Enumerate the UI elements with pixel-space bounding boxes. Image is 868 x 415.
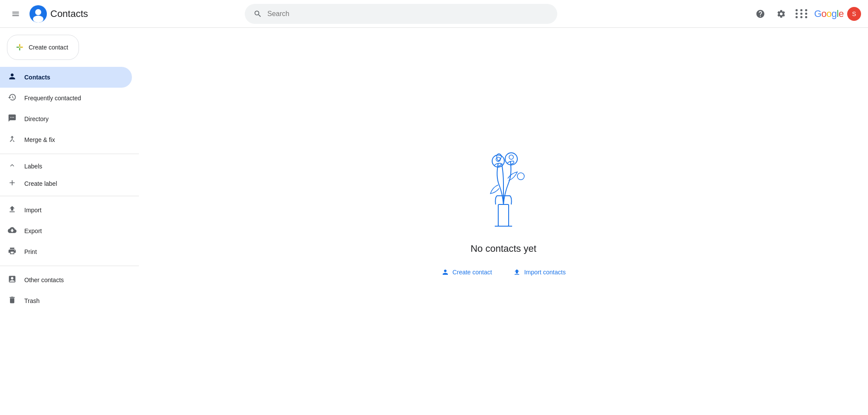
import-label: Import — [24, 207, 42, 214]
app-logo[interactable]: Contacts — [30, 5, 88, 23]
google-wordmark: Google — [814, 8, 844, 20]
contacts-logo-icon — [30, 5, 47, 23]
apps-button[interactable] — [793, 5, 811, 23]
create-contact-link-icon — [441, 268, 449, 276]
sidebar-item-import[interactable]: Import — [0, 200, 132, 221]
header-left: Contacts — [7, 5, 146, 23]
search-bar — [245, 4, 557, 24]
contacts-nav-label: Contacts — [24, 74, 50, 81]
menu-button[interactable] — [7, 5, 24, 23]
search-bar-inner — [245, 4, 557, 24]
other-contacts-label: Other contacts — [24, 277, 64, 283]
chevron-up-icon — [7, 161, 17, 171]
import-contacts-link[interactable]: Import contacts — [508, 265, 571, 280]
user-avatar[interactable]: S — [847, 7, 861, 21]
create-contact-link-label: Create contact — [453, 269, 492, 276]
directory-label: Directory — [24, 115, 49, 122]
sidebar: ✛ Create contact Contacts Frequently con… — [0, 28, 139, 415]
header: Contacts Goog — [0, 0, 868, 28]
layout: ✛ Create contact Contacts Frequently con… — [0, 28, 868, 415]
svg-point-7 — [505, 153, 517, 165]
merge-fix-label: Merge & fix — [24, 136, 55, 143]
grid-dots-icon — [796, 9, 809, 18]
add-label-icon — [7, 178, 17, 189]
frequently-contacted-label: Frequently contacted — [24, 95, 81, 102]
settings-button[interactable] — [773, 5, 790, 23]
empty-title: No contacts yet — [470, 243, 536, 254]
hamburger-icon — [11, 10, 20, 18]
import-icon — [7, 205, 17, 216]
help-button[interactable] — [752, 5, 769, 23]
svg-point-9 — [517, 173, 524, 180]
svg-point-8 — [509, 155, 513, 159]
sidebar-item-export[interactable]: Export — [0, 221, 132, 241]
search-input[interactable] — [267, 10, 549, 18]
other-contacts-icon — [7, 275, 17, 286]
import-contacts-link-label: Import contacts — [524, 269, 566, 276]
export-label: Export — [24, 227, 42, 234]
merge-icon — [7, 135, 17, 145]
create-contact-button[interactable]: ✛ Create contact — [7, 35, 79, 60]
contacts-icon — [7, 72, 17, 83]
sidebar-item-contacts[interactable]: Contacts — [0, 67, 132, 88]
divider-1 — [0, 154, 139, 154]
create-contact-link[interactable]: Create contact — [436, 265, 497, 280]
main-content: No contacts yet Create contact Import co… — [139, 28, 868, 415]
svg-point-1 — [35, 9, 41, 15]
sidebar-item-other-contacts[interactable]: Other contacts — [0, 270, 132, 290]
svg-point-2 — [33, 16, 43, 23]
search-icon — [253, 10, 262, 18]
create-label-item[interactable]: Create label — [0, 175, 132, 192]
create-label-label: Create label — [24, 180, 57, 187]
sidebar-item-frequently-contacted[interactable]: Frequently contacted — [0, 88, 132, 109]
sidebar-item-print[interactable]: Print — [0, 241, 132, 262]
empty-actions: Create contact Import contacts — [436, 265, 571, 280]
divider-3 — [0, 266, 139, 266]
svg-rect-3 — [498, 204, 509, 226]
sidebar-item-trash[interactable]: Trash — [0, 290, 132, 311]
help-icon — [756, 9, 765, 19]
app-name: Contacts — [50, 8, 88, 20]
print-label: Print — [24, 248, 37, 255]
plus-icon: ✛ — [16, 42, 23, 53]
divider-2 — [0, 196, 139, 196]
trash-icon — [7, 296, 17, 306]
print-icon — [7, 247, 17, 257]
create-contact-label: Create contact — [29, 44, 68, 51]
sidebar-item-merge-fix[interactable]: Merge & fix — [0, 129, 132, 150]
export-icon — [7, 226, 17, 237]
empty-state: No contacts yet Create contact Import co… — [436, 137, 571, 280]
header-right: Google S — [752, 5, 861, 23]
empty-illustration — [460, 137, 547, 233]
gear-icon — [776, 9, 786, 19]
sidebar-item-directory[interactable]: Directory — [0, 109, 132, 129]
directory-icon — [7, 114, 17, 125]
import-contacts-link-icon — [513, 268, 521, 276]
history-icon — [7, 93, 17, 104]
labels-section-header: Labels — [0, 158, 139, 175]
labels-header-label: Labels — [24, 163, 42, 170]
trash-label: Trash — [24, 297, 39, 304]
